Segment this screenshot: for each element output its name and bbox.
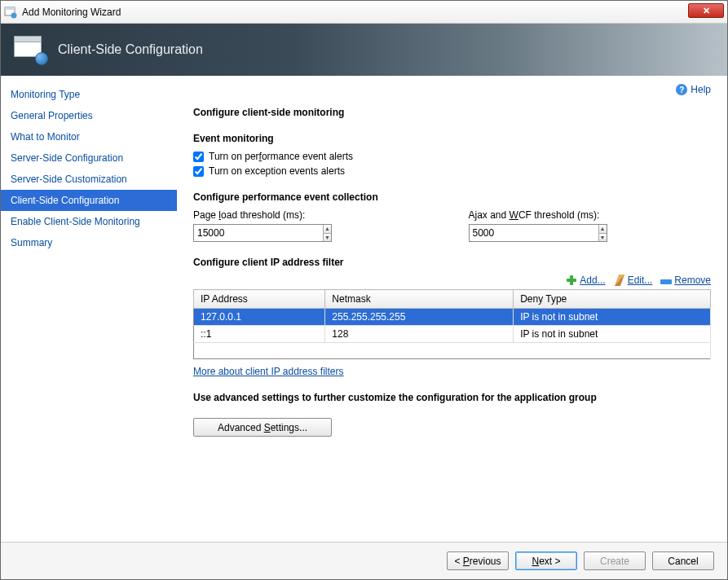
edit-button[interactable]: Edit... [614,275,653,286]
add-button[interactable]: Add... [566,275,605,286]
wizard-step[interactable]: Client-Side Configuration [1,190,177,211]
wizard-step[interactable]: General Properties [1,105,177,126]
wizard-step[interactable]: Enable Client-Side Monitoring [1,211,177,232]
pencil-icon [615,275,624,286]
next-button[interactable]: Next > [515,551,577,570]
svg-point-2 [11,12,17,18]
titlebar: Add Monitoring Wizard ✕ [1,1,727,24]
create-button: Create [584,551,646,570]
event-monitoring-heading: Event monitoring [193,133,711,144]
ip-filter-table[interactable]: IP AddressNetmaskDeny Type 127.0.0.1255.… [193,289,711,359]
wizard-step[interactable]: What to Monitor [1,126,177,147]
banner-heading: Client-Side Configuration [58,42,203,57]
wizard-step[interactable]: Server-Side Customization [1,169,177,190]
minus-icon [660,279,672,284]
ip-filter-heading: Configure client IP address filter [193,257,711,268]
performance-alerts-checkbox[interactable] [193,152,204,162]
spinner-up[interactable]: ▲ [599,225,607,234]
page-load-threshold-input[interactable] [194,225,323,241]
ip-filter-more-link[interactable]: More about client IP address filters [193,366,344,377]
svg-rect-1 [5,7,15,10]
help-icon: ? [676,84,687,95]
ajax-threshold-input[interactable] [470,225,598,241]
exception-alerts-checkbox[interactable] [193,166,204,177]
advanced-settings-button[interactable]: Advanced Settings... [193,418,332,437]
spinner-up[interactable]: ▲ [324,225,331,234]
cancel-button[interactable]: Cancel [652,551,714,570]
page-load-threshold-label: Page load threshold (ms): [193,209,436,221]
banner: Client-Side Configuration [1,24,727,76]
remove-button[interactable]: Remove [660,275,711,286]
column-header[interactable]: IP Address [194,290,325,309]
ajax-threshold-label: Ajax and WCF threshold (ms): [469,209,712,221]
page-heading: Configure client-side monitoring [193,107,711,118]
wizard-icon [4,6,17,19]
window-title: Add Monitoring Wizard [22,7,724,18]
wizard-step[interactable]: Monitoring Type [1,84,177,105]
close-button[interactable]: ✕ [688,3,724,18]
wizard-steps-sidebar: Monitoring TypeGeneral PropertiesWhat to… [1,76,177,542]
spinner-down[interactable]: ▼ [599,234,607,242]
help-label: Help [690,84,711,95]
main-panel: ? Help Configure client-side monitoring … [177,76,727,542]
advanced-heading: Use advanced settings to further customi… [193,392,711,403]
plus-icon [566,275,577,286]
table-row[interactable]: ::1128IP is not in subnet [194,326,711,343]
wizard-footer: < Previous Next > Create Cancel [1,542,727,579]
wizard-step[interactable]: Server-Side Configuration [1,147,177,169]
perf-collection-heading: Configure performance event collection [193,191,711,203]
spinner-down[interactable]: ▼ [324,234,331,242]
wizard-step[interactable]: Summary [1,232,177,253]
column-header[interactable]: Deny Type [514,290,711,309]
close-icon: ✕ [703,6,710,16]
exception-alerts-label[interactable]: Turn on exception events alerts [209,165,345,177]
previous-button[interactable]: < Previous [447,551,509,570]
ip-filter-toolbar: Add... Edit... Remove [193,275,711,286]
ajax-threshold-spinner[interactable]: ▲▼ [469,224,607,242]
banner-icon [14,36,46,64]
help-link[interactable]: ? Help [676,84,711,95]
performance-alerts-label[interactable]: Turn on performance event alerts [209,151,353,162]
table-row[interactable]: 127.0.0.1255.255.255.255IP is not in sub… [194,309,711,326]
column-header[interactable]: Netmask [325,290,514,309]
page-load-threshold-spinner[interactable]: ▲▼ [193,224,332,242]
